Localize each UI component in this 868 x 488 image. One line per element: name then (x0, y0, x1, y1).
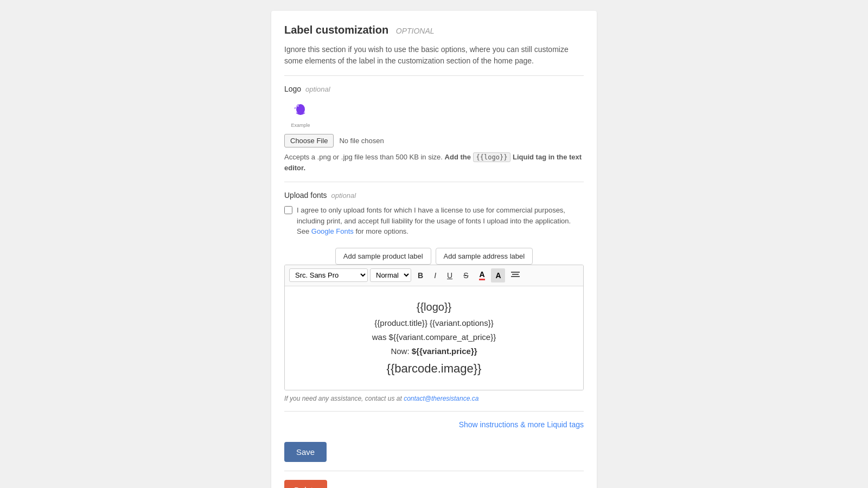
more-options-label: for more options. (355, 227, 409, 235)
upload-fonts-section: Upload fonts optional I agree to only up… (284, 191, 584, 237)
no-file-text: No file chosen (339, 137, 384, 145)
help-prefix: Accepts a .png or .jpg file less than 50… (284, 153, 443, 161)
svg-point-1 (297, 104, 300, 108)
google-fonts-link[interactable]: Google Fonts (311, 227, 354, 235)
divider-3 (284, 411, 584, 412)
checkbox-text: I agree to only upload fonts for which I… (297, 206, 571, 225)
instructions-link-container: Show instructions & more Liquid tags (284, 420, 584, 429)
instructions-link[interactable]: Show instructions & more Liquid tags (459, 420, 584, 429)
liquid-tag-code: {{logo}} (473, 152, 511, 162)
editor-line-product: {{product.title}} {{variant.options}} (296, 317, 572, 330)
delete-button[interactable]: Delete (284, 480, 327, 488)
editor-wrapper: Src. Sans Pro Arial Helvetica Times New … (284, 265, 584, 390)
editor-line-compare-price: was ${{variant.compare_at_price}} (296, 331, 572, 344)
svg-point-2 (297, 105, 298, 106)
divider-2 (284, 182, 584, 182)
choose-file-button[interactable]: Choose File (284, 134, 334, 147)
help-add: Add the (445, 153, 471, 161)
editor-content[interactable]: {{logo}} {{product.title}} {{variant.opt… (285, 286, 583, 390)
svg-rect-3 (511, 272, 520, 273)
bold-button[interactable]: B (413, 269, 427, 282)
add-sample-address-button[interactable]: Add sample address label (436, 248, 533, 265)
editor-line-price: Now: ${{variant.price}} (296, 345, 572, 358)
underline-button[interactable]: U (443, 269, 457, 282)
align-button[interactable] (507, 269, 524, 282)
fonts-field-label: Upload fonts optional (284, 191, 584, 200)
checkbox-label-text: I agree to only upload fonts for which I… (297, 205, 584, 237)
see-label: See (297, 227, 309, 235)
strikethrough-button[interactable]: S (459, 269, 473, 282)
logo-optional-tag: optional (305, 85, 330, 93)
logo-section: Logo optional Example Choose File No fil… (284, 85, 584, 173)
optional-label: OPTIONAL (396, 27, 435, 35)
logo-example-text: Example (291, 123, 310, 128)
add-sample-product-button[interactable]: Add sample product label (335, 248, 431, 265)
fonts-optional-tag: optional (331, 191, 356, 200)
save-button[interactable]: Save (284, 442, 327, 462)
highlight-color-button[interactable]: A (491, 268, 505, 282)
fonts-checkbox[interactable] (284, 206, 292, 214)
highlight-a: A (495, 271, 501, 280)
editor-buttons: Add sample product label Add sample addr… (284, 248, 584, 265)
svg-rect-5 (511, 276, 520, 277)
description-text: Ignore this section if you wish to use t… (284, 44, 584, 67)
logo-preview: Example (284, 99, 317, 129)
text-color-a: A (479, 270, 484, 280)
logo-image (290, 100, 311, 121)
font-selector[interactable]: Src. Sans Pro Arial Helvetica Times New … (289, 268, 368, 282)
editor-section: Add sample product label Add sample addr… (284, 248, 584, 429)
logo-label-text: Logo (284, 85, 301, 93)
main-container: Label customization OPTIONAL Ignore this… (271, 11, 597, 488)
italic-button[interactable]: I (430, 269, 441, 282)
editor-help-text: If you need any assistance, contact us a… (284, 395, 584, 402)
logo-field-label: Logo optional (284, 85, 584, 93)
title-text: Label customization (284, 24, 388, 36)
file-help-text: Accepts a .png or .jpg file less than 50… (284, 152, 584, 173)
section-title: Label customization OPTIONAL (284, 24, 584, 36)
action-buttons: Save Delete (284, 442, 584, 488)
help-text-prefix: If you need any assistance, contact us a… (284, 395, 402, 402)
svg-rect-4 (512, 274, 519, 275)
editor-toolbar: Src. Sans Pro Arial Helvetica Times New … (285, 265, 583, 286)
file-input-row: Choose File No file chosen (284, 134, 584, 147)
size-selector[interactable]: Normal Small Large (370, 268, 411, 282)
editor-line-barcode: {{barcode.image}} (296, 359, 572, 378)
align-icon (511, 272, 520, 278)
delete-divider (284, 471, 584, 471)
fonts-label-text: Upload fonts (284, 191, 327, 200)
editor-line-logo: {{logo}} (296, 298, 572, 316)
text-color-button[interactable]: A (475, 268, 489, 282)
contact-link[interactable]: contact@theresistance.ca (404, 395, 478, 402)
fonts-checkbox-row: I agree to only upload fonts for which I… (284, 205, 584, 237)
divider-1 (284, 75, 584, 76)
